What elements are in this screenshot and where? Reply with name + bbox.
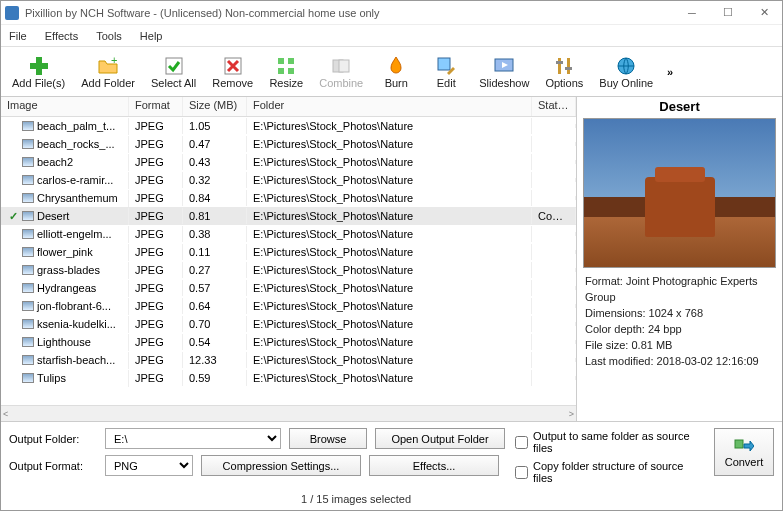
- thumbnail-icon: [22, 157, 34, 167]
- add-folder-icon: +: [97, 55, 119, 77]
- toolbar-burn[interactable]: Burn: [372, 49, 420, 95]
- effects-button[interactable]: Effects...: [369, 455, 499, 476]
- file-format: JPEG: [129, 154, 183, 170]
- toolbar-add-files[interactable]: Add File(s): [5, 49, 72, 95]
- table-row[interactable]: ✓LighthouseJPEG0.54E:\Pictures\Stock_Pho…: [1, 333, 576, 351]
- table-row[interactable]: ✓HydrangeasJPEG0.57E:\Pictures\Stock_Pho…: [1, 279, 576, 297]
- toolbar: Add File(s)+Add FolderSelect AllRemoveRe…: [1, 47, 782, 97]
- toolbar-select-all[interactable]: Select All: [144, 49, 203, 95]
- table-row[interactable]: ✓flower_pinkJPEG0.11E:\Pictures\Stock_Ph…: [1, 243, 576, 261]
- toolbar-add-folder[interactable]: +Add Folder: [74, 49, 142, 95]
- toolbar-label: Resize: [269, 77, 303, 89]
- output-format-label: Output Format:: [9, 460, 97, 472]
- app-icon: [5, 6, 19, 20]
- slideshow-icon: [493, 55, 515, 77]
- thumbnail-icon: [22, 373, 34, 383]
- col-format[interactable]: Format: [129, 97, 183, 116]
- meta-dimensions: 1024 x 768: [649, 307, 703, 319]
- table-row[interactable]: ✓ksenia-kudelki...JPEG0.70E:\Pictures\St…: [1, 315, 576, 333]
- svg-rect-18: [735, 440, 743, 448]
- minimize-button[interactable]: ─: [678, 3, 706, 23]
- col-image[interactable]: Image: [1, 97, 129, 116]
- svg-rect-14: [567, 58, 570, 74]
- table-row[interactable]: ✓starfish-beach...JPEG12.33E:\Pictures\S…: [1, 351, 576, 369]
- col-size[interactable]: Size (MB): [183, 97, 247, 116]
- menu-file[interactable]: File: [7, 28, 29, 44]
- combine-icon: [330, 55, 352, 77]
- file-status: [532, 340, 576, 344]
- same-folder-checkbox[interactable]: Output to same folder as source files: [515, 430, 706, 454]
- toolbar-slideshow[interactable]: Slideshow: [472, 49, 536, 95]
- table-row[interactable]: ✓beach_palm_t...JPEG1.05E:\Pictures\Stoc…: [1, 117, 576, 135]
- open-output-folder-button[interactable]: Open Output Folder: [375, 428, 505, 449]
- table-row[interactable]: ✓carlos-e-ramir...JPEG0.32E:\Pictures\St…: [1, 171, 576, 189]
- thumbnail-icon: [22, 283, 34, 293]
- thumbnail-icon: [22, 175, 34, 185]
- file-format: JPEG: [129, 370, 183, 386]
- toolbar-edit[interactable]: Edit: [422, 49, 470, 95]
- close-button[interactable]: ✕: [750, 3, 778, 23]
- select-all-icon: [163, 55, 185, 77]
- table-row[interactable]: ✓elliott-engelm...JPEG0.38E:\Pictures\St…: [1, 225, 576, 243]
- table-row[interactable]: ✓jon-flobrant-6...JPEG0.64E:\Pictures\St…: [1, 297, 576, 315]
- table-row[interactable]: ✓TulipsJPEG0.59E:\Pictures\Stock_Photos\…: [1, 369, 576, 387]
- col-folder[interactable]: Folder: [247, 97, 532, 116]
- file-name: beach_rocks_...: [37, 138, 115, 150]
- file-format: JPEG: [129, 298, 183, 314]
- compression-settings-button[interactable]: Compression Settings...: [201, 455, 361, 476]
- svg-rect-15: [556, 61, 563, 64]
- title-bar: Pixillion by NCH Software - (Unlicensed)…: [1, 1, 782, 25]
- preview-panel: Desert Format: Joint Photographic Expert…: [577, 97, 782, 421]
- table-row[interactable]: ✓DesertJPEG0.81E:\Pictures\Stock_Photos\…: [1, 207, 576, 225]
- table-row[interactable]: ✓beach_rocks_...JPEG0.47E:\Pictures\Stoc…: [1, 135, 576, 153]
- file-format: JPEG: [129, 262, 183, 278]
- file-status: [532, 142, 576, 146]
- toolbar-options[interactable]: Options: [538, 49, 590, 95]
- col-status[interactable]: Status: [532, 97, 576, 116]
- toolbar-buy-online[interactable]: Buy Online: [592, 49, 660, 95]
- table-row[interactable]: ✓beach2JPEG0.43E:\Pictures\Stock_Photos\…: [1, 153, 576, 171]
- file-format: JPEG: [129, 136, 183, 152]
- file-folder: E:\Pictures\Stock_Photos\Nature: [247, 118, 532, 134]
- meta-modified-label: Last modified:: [585, 355, 653, 367]
- output-format-select[interactable]: PNG: [105, 455, 193, 476]
- table-row[interactable]: ✓grass-bladesJPEG0.27E:\Pictures\Stock_P…: [1, 261, 576, 279]
- output-folder-select[interactable]: E:\: [105, 428, 281, 449]
- convert-button[interactable]: Convert: [714, 428, 774, 476]
- toolbar-label: Slideshow: [479, 77, 529, 89]
- menu-tools[interactable]: Tools: [94, 28, 124, 44]
- toolbar-label: Add File(s): [12, 77, 65, 89]
- thumbnail-icon: [22, 193, 34, 203]
- file-status: [532, 358, 576, 362]
- file-name: Chrysanthemum: [37, 192, 118, 204]
- menu-help[interactable]: Help: [138, 28, 165, 44]
- toolbar-resize[interactable]: Resize: [262, 49, 310, 95]
- file-name: beach2: [37, 156, 73, 168]
- toolbar-remove[interactable]: Remove: [205, 49, 260, 95]
- thumbnail-icon: [22, 355, 34, 365]
- toolbar-label: Combine: [319, 77, 363, 89]
- browse-button[interactable]: Browse: [289, 428, 367, 449]
- table-row[interactable]: ✓ChrysanthemumJPEG0.84E:\Pictures\Stock_…: [1, 189, 576, 207]
- file-folder: E:\Pictures\Stock_Photos\Nature: [247, 334, 532, 350]
- file-folder: E:\Pictures\Stock_Photos\Nature: [247, 244, 532, 260]
- menu-effects[interactable]: Effects: [43, 28, 80, 44]
- toolbar-overflow[interactable]: »: [662, 66, 678, 78]
- meta-filesize-label: File size:: [585, 339, 628, 351]
- window-title: Pixillion by NCH Software - (Unlicensed)…: [25, 7, 678, 19]
- file-name: Hydrangeas: [37, 282, 96, 294]
- thumbnail-icon: [22, 319, 34, 329]
- file-name: Lighthouse: [37, 336, 91, 348]
- meta-filesize: 0.81 MB: [631, 339, 672, 351]
- file-folder: E:\Pictures\Stock_Photos\Nature: [247, 262, 532, 278]
- svg-rect-16: [565, 67, 572, 70]
- file-rows[interactable]: ✓beach_palm_t...JPEG1.05E:\Pictures\Stoc…: [1, 117, 576, 405]
- file-format: JPEG: [129, 190, 183, 206]
- copy-structure-checkbox[interactable]: Copy folder structure of source files: [515, 460, 706, 484]
- horizontal-scrollbar[interactable]: <>: [1, 405, 576, 421]
- file-format: JPEG: [129, 334, 183, 350]
- output-folder-label: Output Folder:: [9, 433, 97, 445]
- file-status: [532, 304, 576, 308]
- maximize-button[interactable]: ☐: [714, 3, 742, 23]
- toolbar-label: Burn: [385, 77, 408, 89]
